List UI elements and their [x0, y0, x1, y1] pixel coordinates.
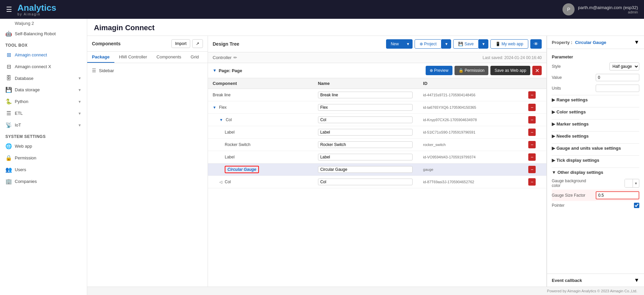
my-web-app-button[interactable]: 📱 My web app — [490, 39, 528, 49]
needle-settings-header[interactable]: ▶ Needle settings — [552, 131, 639, 141]
style-label: Style — [552, 64, 596, 69]
col2-collapse-icon[interactable]: ◁ — [219, 180, 222, 184]
marker-settings-header[interactable]: ▶ Marker settings — [552, 119, 639, 129]
units-input[interactable] — [596, 85, 640, 92]
sidebar-item-data-storage[interactable]: 💾 Data storage — [0, 84, 87, 96]
row-remove-button[interactable]: − — [528, 129, 536, 136]
row-id: rocker_switch — [423, 143, 528, 147]
eye-button[interactable]: 👁 — [530, 39, 542, 49]
row-name-input[interactable] — [318, 104, 413, 111]
row-name-input[interactable] — [318, 129, 413, 136]
range-settings-arrow: ▶ — [552, 97, 555, 102]
close-page-button[interactable]: ✕ — [532, 66, 542, 75]
pointer-row: Pointer — [552, 201, 639, 210]
tab-hmi-controller[interactable]: HMI Controller — [114, 52, 152, 63]
tab-grid[interactable]: Grid — [186, 52, 204, 63]
col-header-component: Component — [213, 81, 318, 86]
sidebar-item-web-app[interactable]: 🌐 Web app — [0, 140, 87, 152]
row-name-input[interactable] — [318, 179, 413, 185]
event-callback-title: Event callback — [552, 278, 582, 283]
sidebar-item-database[interactable]: 🗄 Database — [0, 72, 87, 84]
row-name — [318, 166, 423, 173]
flex-collapse-icon[interactable]: ▼ — [213, 105, 216, 109]
row-actions: − — [528, 178, 542, 186]
parameter-section: Parameter Style Half gauge Full gauge — [552, 52, 639, 94]
new-dropdown-button[interactable]: ▼ — [404, 39, 413, 49]
row-remove-button[interactable]: − — [528, 178, 536, 186]
row-remove-button[interactable]: − — [528, 141, 536, 148]
sidebar-package-item[interactable]: ☰ Sidebar — [87, 65, 208, 76]
controller-label: Controller ✏ — [213, 55, 237, 60]
sidebar-item-aimagin-connect-x[interactable]: ⊟ Aimagin connect X — [0, 61, 87, 72]
sidebar-item-waijung2[interactable]: Waijung 2 — [0, 19, 87, 28]
row-name-input[interactable] — [318, 141, 413, 148]
python-arrow — [78, 100, 82, 104]
sidebar-item-aimagin-connect[interactable]: ⊞ Aimagin connect — [0, 49, 87, 61]
row-name-input[interactable] — [318, 154, 413, 160]
row-name-input[interactable] — [318, 166, 413, 173]
page-bar: ▼ Page: Page ⊕ Preview 🔒 Permission Save… — [208, 63, 546, 78]
sidebar-item-iot[interactable]: 📡 IoT — [0, 119, 87, 131]
property-collapse-icon[interactable]: ▼ — [634, 39, 639, 45]
gauge-units-settings-header[interactable]: ▶ Gauge and units value settings — [552, 143, 639, 153]
save-dropdown-button[interactable]: ▼ — [479, 39, 488, 49]
import-button[interactable]: Import — [171, 39, 190, 48]
row-remove-button[interactable]: − — [528, 116, 536, 124]
row-remove-button[interactable]: − — [528, 91, 536, 99]
avatar: P — [562, 3, 575, 15]
design-tree-panel: Design Tree New ▼ ⊕ Project ▼ 💾 Save ▼ — [208, 36, 547, 287]
controller-edit-icon[interactable]: ✏ — [233, 55, 237, 60]
database-icon: 🗄 — [5, 75, 12, 81]
row-name-input[interactable] — [318, 92, 413, 98]
project-btn-group: ⊕ Project ▼ — [415, 39, 451, 49]
sidebar-item-users[interactable]: 👥 Users — [0, 164, 87, 176]
sidebar-item-companies[interactable]: 🏢 Companies — [0, 176, 87, 187]
value-input-wrap — [596, 74, 640, 81]
event-callback-section[interactable]: Event callback ▼ — [547, 274, 644, 287]
color-settings-header[interactable]: ▶ Color settings — [552, 107, 639, 116]
tab-package[interactable]: Package — [87, 52, 114, 63]
row-name-input[interactable] — [318, 116, 413, 123]
tick-display-settings-header[interactable]: ▶ Tick display settings — [552, 155, 639, 165]
gauge-bg-color-picker[interactable]: ▼ — [625, 179, 639, 188]
project-dropdown-button[interactable]: ▼ — [441, 39, 451, 49]
menu-icon[interactable]: ☰ — [6, 5, 12, 13]
permission-button[interactable]: 🔒 Permission — [454, 66, 489, 75]
design-tree-title: Design Tree — [213, 41, 239, 47]
database-arrow — [78, 76, 82, 80]
gauge-size-factor-input[interactable] — [596, 191, 640, 199]
tab-components[interactable]: Components — [152, 52, 186, 63]
table-row: ▼ Col id-Knyp97CX26-1705904634978 − — [208, 114, 546, 126]
row-id: id-VO9594hl43-1705919799374 — [423, 155, 528, 159]
save-button[interactable]: 💾 Save — [453, 39, 479, 49]
page-collapse-icon[interactable]: ▼ — [213, 68, 217, 73]
row-remove-button[interactable]: − — [528, 153, 536, 161]
table-row: Circular Gauge gauge − — [208, 163, 546, 176]
sidebar-item-etl[interactable]: ☰ ETL — [0, 107, 87, 119]
style-select[interactable]: Half gauge Full gauge — [609, 62, 639, 70]
export-button[interactable]: ↗ — [192, 39, 203, 48]
save-as-web-app-button[interactable]: Save as Web app — [490, 66, 530, 75]
other-display-settings-header[interactable]: ▼ Other display settings — [552, 167, 639, 177]
sidebar-item-python[interactable]: 🐍 Python — [0, 96, 87, 107]
col-collapse-icon[interactable]: ▼ — [219, 118, 223, 122]
row-component: Label — [213, 130, 318, 135]
row-remove-button[interactable]: − — [528, 104, 536, 111]
row-actions: − — [528, 104, 542, 111]
property-panel: Property : Circular Gauge ▼ Parameter St… — [547, 36, 644, 287]
sidebar-item-permission[interactable]: 🔒 Permission — [0, 152, 87, 164]
sidebar-item-self-balancing[interactable]: 🤖 Self-Balancing Robot — [0, 28, 87, 40]
data-storage-icon: 💾 — [5, 87, 12, 93]
row-remove-button[interactable]: − — [528, 166, 536, 173]
circular-gauge-label[interactable]: Circular Gauge — [225, 166, 259, 173]
value-input[interactable] — [596, 74, 640, 81]
property-header: Property : Circular Gauge ▼ — [547, 36, 644, 49]
new-button[interactable]: New — [386, 39, 404, 49]
pointer-checkbox[interactable] — [634, 203, 639, 208]
preview-button[interactable]: ⊕ Preview — [426, 66, 452, 75]
project-button[interactable]: ⊕ Project — [415, 39, 442, 49]
package-tabs: Package HMI Controller Components Grid — [87, 52, 208, 63]
pointer-label: Pointer — [552, 203, 596, 208]
range-settings-header[interactable]: ▶ Range settings — [552, 95, 639, 104]
tick-display-settings-title: ▶ Tick display settings — [552, 158, 599, 163]
